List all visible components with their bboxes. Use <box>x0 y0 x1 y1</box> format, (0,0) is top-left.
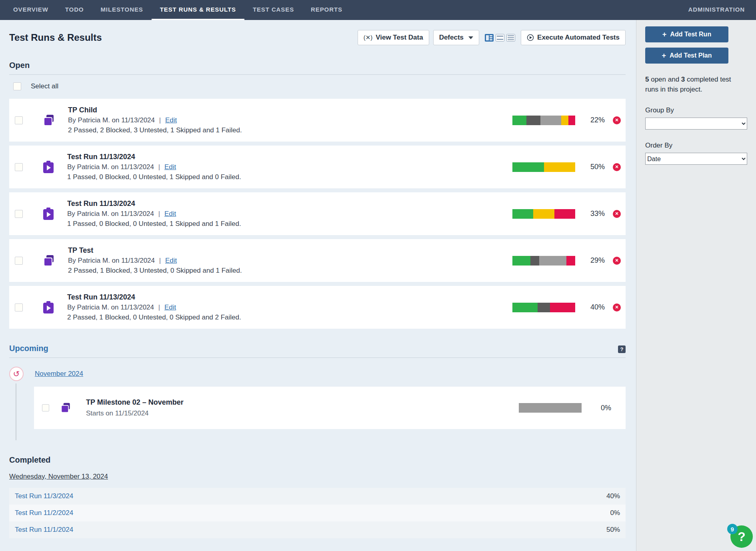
milestone-row: TP Milestone 02 – November Starts on 11/… <box>34 387 626 429</box>
play-circle-icon <box>527 34 534 41</box>
help-notification-badge: 9 <box>727 524 738 534</box>
run-by-text: By Patricia M. on 11/13/2024 <box>67 163 154 171</box>
progress-percent: 40% <box>575 303 605 311</box>
completed-row: Test Run 11/2/2024 0% <box>9 505 626 521</box>
completed-run-link[interactable]: Test Run 11/1/2024 <box>15 526 73 534</box>
nav-item-todo[interactable]: TODO <box>57 0 92 20</box>
test-run-row: Test Run 11/13/2024 By Patricia M. on 11… <box>9 286 626 329</box>
nav-item-overview[interactable]: OVERVIEW <box>5 0 57 20</box>
test-run-row: Test Run 11/13/2024 By Patricia M. on 11… <box>9 192 626 235</box>
run-summary: 1 Passed, 0 Blocked, 0 Untested, 1 Skipp… <box>67 220 241 228</box>
view-test-data-icon: (✕) <box>364 34 373 41</box>
byline-separator: | <box>158 303 160 311</box>
edit-link[interactable]: Edit <box>165 257 177 264</box>
plus-icon: + <box>662 52 666 60</box>
milestone-checkbox[interactable] <box>42 404 49 411</box>
completed-run-percent: 40% <box>606 492 620 500</box>
run-checkbox[interactable] <box>15 116 23 124</box>
add-test-plan-button[interactable]: + Add Test Plan <box>645 48 728 64</box>
add-test-plan-label: Add Test Plan <box>670 52 712 59</box>
execute-automated-tests-button[interactable]: Execute Automated Tests <box>521 30 626 45</box>
completed-row: Test Run 11/1/2024 50% <box>9 521 626 538</box>
defects-dropdown[interactable]: Defects <box>433 30 479 45</box>
run-summary: 1 Passed, 0 Blocked, 0 Untested, 1 Skipp… <box>67 173 241 181</box>
test-run-row: Test Run 11/13/2024 By Patricia M. on 11… <box>9 146 626 188</box>
completed-list: Test Run 11/3/2024 40% Test Run 11/2/202… <box>9 488 626 538</box>
run-name-link[interactable]: TP Child <box>68 106 242 114</box>
execute-automated-tests-label: Execute Automated Tests <box>537 34 620 42</box>
nav-item-test-runs-results[interactable]: TEST RUNS & RESULTS <box>152 0 244 20</box>
milestone-start-date: Starts on 11/15/2024 <box>86 409 184 417</box>
run-checkbox[interactable] <box>15 303 23 311</box>
timeline-line <box>16 383 16 440</box>
toolbar: (✕) View Test Data Defects <box>358 30 626 45</box>
select-all-row: Select all <box>13 82 626 90</box>
summary-mid: open and <box>649 76 681 83</box>
byline-separator: | <box>158 163 160 171</box>
test-run-icon <box>42 160 55 174</box>
close-icon[interactable]: ✕ <box>613 303 621 311</box>
run-name-link[interactable]: TP Test <box>68 246 242 255</box>
month-link[interactable]: November 2024 <box>35 370 83 378</box>
select-all-checkbox[interactable] <box>13 82 21 90</box>
byline-separator: | <box>158 210 160 218</box>
progress-bar <box>512 209 575 219</box>
run-byline: By Patricia M. on 11/13/2024 | Edit <box>67 303 241 311</box>
add-test-run-button[interactable]: + Add Test Run <box>645 26 728 42</box>
upcoming-section-heading: Upcoming ? <box>9 344 626 358</box>
edit-link[interactable]: Edit <box>164 163 176 171</box>
close-icon[interactable]: ✕ <box>613 163 621 171</box>
list-view-icon[interactable] <box>496 34 504 42</box>
progress-percent: 0% <box>582 404 611 412</box>
order-by-select[interactable]: Date <box>645 153 747 165</box>
nav-item-milestones[interactable]: MILESTONES <box>92 0 151 20</box>
run-by-text: By Patricia M. on 11/13/2024 <box>68 116 155 124</box>
progress-percent: 29% <box>575 256 605 265</box>
detail-view-icon[interactable] <box>506 34 515 42</box>
help-button[interactable]: ? 9 <box>730 525 753 548</box>
progress-percent: 50% <box>575 163 605 171</box>
completed-run-link[interactable]: Test Run 11/2/2024 <box>15 509 73 517</box>
view-test-data-button[interactable]: (✕) View Test Data <box>358 30 429 45</box>
run-name-link[interactable]: Test Run 11/13/2024 <box>67 153 241 161</box>
test-run-row: TP Child By Patricia M. on 11/13/2024 | … <box>9 99 626 142</box>
run-byline: By Patricia M. on 11/13/2024 | Edit <box>67 163 241 171</box>
run-checkbox[interactable] <box>15 163 23 171</box>
completed-row: Test Run 11/3/2024 40% <box>9 488 626 505</box>
group-by-select[interactable] <box>645 118 747 130</box>
run-byline: By Patricia M. on 11/13/2024 | Edit <box>67 210 241 218</box>
run-summary: 2 Passed, 1 Blocked, 0 Untested, 0 Skipp… <box>67 313 241 321</box>
edit-link[interactable]: Edit <box>165 116 177 124</box>
run-by-text: By Patricia M. on 11/13/2024 <box>68 257 155 264</box>
run-name-link[interactable]: Test Run 11/13/2024 <box>67 293 241 301</box>
progress-bar <box>512 303 575 312</box>
run-checkbox[interactable] <box>15 257 23 265</box>
byline-separator: | <box>159 116 161 124</box>
completed-count: 3 <box>681 76 685 83</box>
view-test-data-label: View Test Data <box>376 34 423 42</box>
completed-run-link[interactable]: Test Run 11/3/2024 <box>15 492 73 500</box>
help-icon[interactable]: ? <box>618 345 626 353</box>
edit-link[interactable]: Edit <box>164 210 176 218</box>
edit-link[interactable]: Edit <box>164 303 176 311</box>
nav-item-test-cases[interactable]: TEST CASES <box>244 0 302 20</box>
test-plan-icon <box>60 402 72 414</box>
close-icon[interactable]: ✕ <box>613 257 621 265</box>
completed-date-label: Wednesday, November 13, 2024 <box>9 473 626 481</box>
upcoming-timeline: ↺ November 2024 TP Milestone 02 – Novemb… <box>9 367 626 440</box>
progress-percent: 33% <box>575 210 605 218</box>
run-by-text: By Patricia M. on 11/13/2024 <box>67 210 154 218</box>
nav-item-reports[interactable]: REPORTS <box>302 0 351 20</box>
close-icon[interactable]: ✕ <box>613 210 621 218</box>
history-icon[interactable]: ↺ <box>9 367 24 381</box>
close-icon[interactable]: ✕ <box>613 116 621 124</box>
milestone-name-link[interactable]: TP Milestone 02 – November <box>86 398 184 407</box>
byline-separator: | <box>159 257 161 264</box>
run-checkbox[interactable] <box>15 210 23 218</box>
nav-item-administration[interactable]: ADMINISTRATION <box>680 0 756 20</box>
grid-view-icon[interactable] <box>485 34 494 42</box>
defects-label: Defects <box>439 34 464 42</box>
test-run-icon <box>42 301 55 314</box>
run-name-link[interactable]: Test Run 11/13/2024 <box>67 200 241 208</box>
plus-icon: + <box>662 30 667 39</box>
